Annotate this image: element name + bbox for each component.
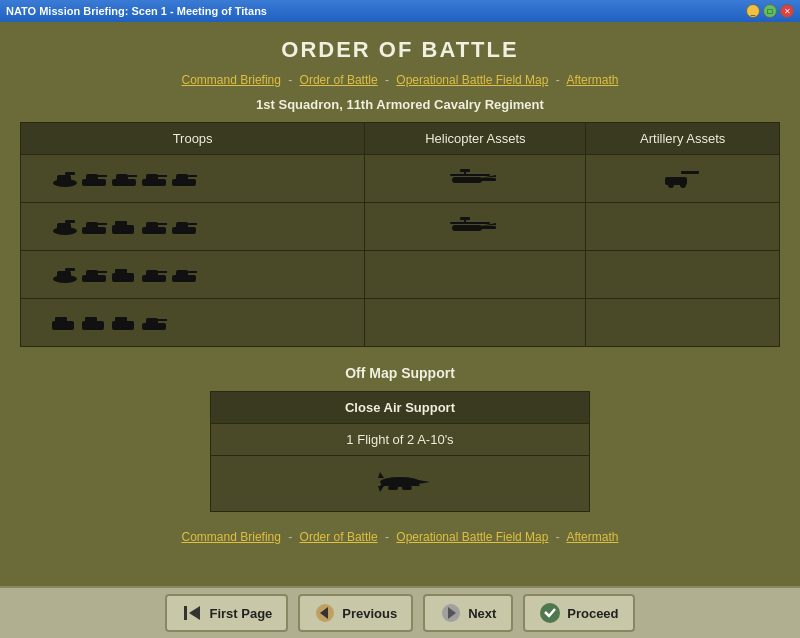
proceed-button[interactable]: Proceed	[523, 594, 634, 632]
tank-icon-2b	[141, 218, 169, 236]
tank-icon-4	[171, 170, 199, 188]
svg-rect-35	[156, 223, 167, 225]
nav-op-map[interactable]: Operational Battle Field Map	[396, 73, 548, 87]
content-area: ORDER OF BATTLE Command Briefing - Order…	[0, 22, 800, 586]
first-page-icon	[181, 602, 203, 624]
app-container: ORDER OF BATTLE Command Briefing - Order…	[0, 22, 800, 638]
apc-icon-3	[111, 266, 139, 284]
svg-rect-46	[57, 271, 71, 279]
svg-rect-62	[85, 317, 97, 323]
svg-rect-64	[115, 317, 127, 323]
scout-icon-3	[51, 266, 79, 284]
table-row	[21, 299, 780, 347]
tank-icon-3b	[141, 266, 169, 284]
helo-cell-2	[365, 203, 586, 251]
proceed-label: Proceed	[567, 606, 618, 621]
minimize-button[interactable]: _	[746, 4, 760, 18]
tank-icon-1	[81, 170, 109, 188]
close-button[interactable]: ✕	[780, 4, 794, 18]
arty-cell-2	[586, 203, 780, 251]
svg-rect-15	[452, 177, 482, 183]
helo-cell-1	[365, 155, 586, 203]
tank-icon-3	[141, 170, 169, 188]
previous-icon	[314, 602, 336, 624]
scout-icon	[51, 170, 79, 188]
helicopter-icon-1	[450, 165, 500, 189]
svg-marker-70	[378, 472, 384, 478]
bottom-nav-cmd-briefing[interactable]: Command Briefing	[182, 530, 281, 544]
helo-cell-4	[365, 299, 586, 347]
svg-rect-11	[156, 175, 167, 177]
tank-icon-4a	[141, 314, 169, 332]
bottom-nav-links: Command Briefing - Order of Battle - Ope…	[20, 530, 780, 544]
svg-rect-67	[156, 319, 167, 321]
troops-cell-1	[21, 155, 365, 203]
svg-rect-30	[96, 223, 107, 225]
svg-rect-8	[126, 175, 137, 177]
artillery-icon-1	[663, 165, 703, 189]
tank-icon-2c	[171, 218, 199, 236]
offmap-section-title: Off Map Support	[20, 365, 780, 381]
offmap-support-detail: 1 Flight of 2 A-10's	[211, 424, 590, 456]
first-page-button[interactable]: First Page	[165, 594, 288, 632]
svg-marker-72	[418, 480, 430, 484]
svg-marker-69	[380, 480, 420, 486]
bottom-nav-op-map[interactable]: Operational Battle Field Map	[396, 530, 548, 544]
troops-cell-3	[21, 251, 365, 299]
a10-icon	[370, 464, 430, 500]
first-page-label: First Page	[209, 606, 272, 621]
offmap-aircraft-cell	[211, 456, 590, 512]
section-subtitle: 1st Squadron, 11th Armored Cavalry Regim…	[20, 97, 780, 112]
svg-rect-32	[115, 221, 127, 227]
tank-icon-2a	[81, 218, 109, 236]
svg-rect-60	[55, 317, 67, 323]
svg-rect-5	[96, 175, 107, 177]
nav-oob[interactable]: Order of Battle	[300, 73, 378, 87]
tank-icon-3a	[81, 266, 109, 284]
tank-icon-3c	[171, 266, 199, 284]
helo-cell-3	[365, 251, 586, 299]
table-row	[21, 203, 780, 251]
col-header-troops: Troops	[21, 123, 365, 155]
svg-rect-39	[452, 225, 482, 231]
table-row	[21, 251, 780, 299]
svg-point-24	[680, 182, 686, 188]
svg-rect-38	[186, 223, 197, 225]
bottom-nav-aftermath[interactable]: Aftermath	[566, 530, 618, 544]
apc-icon-4a	[51, 314, 79, 332]
next-label: Next	[468, 606, 496, 621]
bottom-nav-oob[interactable]: Order of Battle	[300, 530, 378, 544]
svg-rect-50	[96, 271, 107, 273]
svg-rect-47	[65, 268, 75, 271]
svg-rect-40	[478, 226, 496, 229]
window-controls[interactable]: _ □ ✕	[746, 4, 794, 18]
svg-rect-43	[460, 217, 470, 220]
svg-rect-26	[57, 223, 71, 231]
unit-icons-row4	[51, 314, 354, 332]
svg-rect-17	[450, 174, 490, 176]
svg-rect-2	[65, 172, 75, 175]
window-title: NATO Mission Briefing: Scen 1 - Meeting …	[6, 5, 267, 17]
col-header-helo: Helicopter Assets	[365, 123, 586, 155]
svg-marker-71	[378, 486, 384, 492]
svg-rect-1	[57, 175, 71, 183]
unit-icons-row2	[51, 218, 354, 236]
svg-rect-19	[460, 169, 470, 172]
nav-cmd-briefing[interactable]: Command Briefing	[182, 73, 281, 87]
svg-rect-55	[156, 271, 167, 273]
maximize-button[interactable]: □	[763, 4, 777, 18]
arty-cell-1	[586, 155, 780, 203]
troops-cell-4	[21, 299, 365, 347]
svg-rect-16	[478, 178, 496, 181]
helicopter-icon-2	[450, 213, 500, 237]
arty-cell-4	[586, 299, 780, 347]
previous-button[interactable]: Previous	[298, 594, 413, 632]
next-button[interactable]: Next	[423, 594, 513, 632]
proceed-icon	[539, 602, 561, 624]
svg-marker-76	[189, 606, 200, 620]
svg-rect-14	[186, 175, 197, 177]
apc-icon-4b	[81, 314, 109, 332]
table-row	[21, 155, 780, 203]
nav-aftermath[interactable]: Aftermath	[566, 73, 618, 87]
scout-icon-2	[51, 218, 79, 236]
